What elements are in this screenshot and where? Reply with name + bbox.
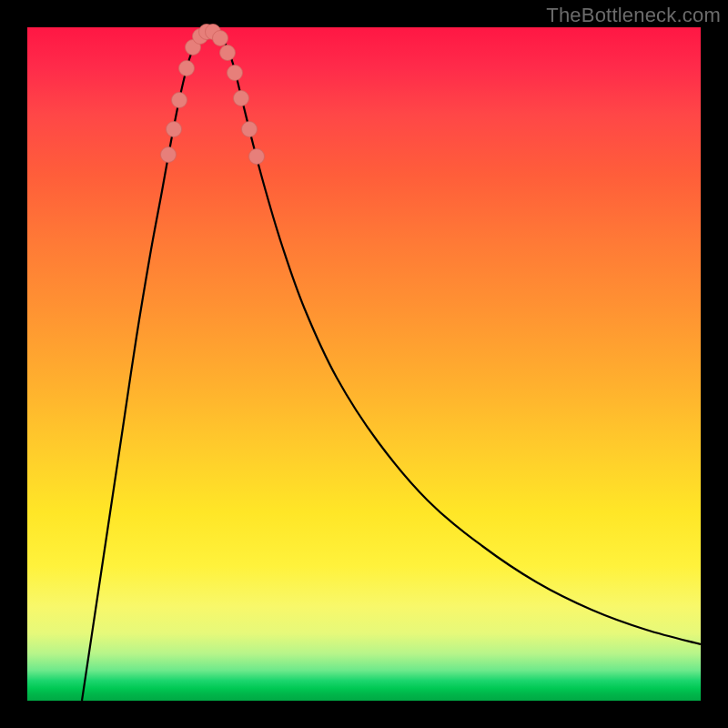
data-marker bbox=[234, 91, 249, 106]
data-marker bbox=[179, 61, 195, 76]
data-marker bbox=[167, 122, 182, 137]
data-marker bbox=[161, 147, 177, 163]
plot-area bbox=[27, 27, 701, 701]
data-marker bbox=[172, 93, 187, 108]
data-marker bbox=[213, 31, 228, 46]
watermark-text: TheBottleneck.com bbox=[546, 4, 721, 27]
data-marker bbox=[242, 122, 258, 137]
bottleneck-curve-svg bbox=[27, 27, 701, 701]
data-marker bbox=[220, 46, 236, 61]
data-marker bbox=[249, 149, 265, 165]
data-marker bbox=[228, 66, 243, 81]
data-markers bbox=[161, 25, 265, 165]
chart-frame: TheBottleneck.com bbox=[0, 0, 728, 728]
